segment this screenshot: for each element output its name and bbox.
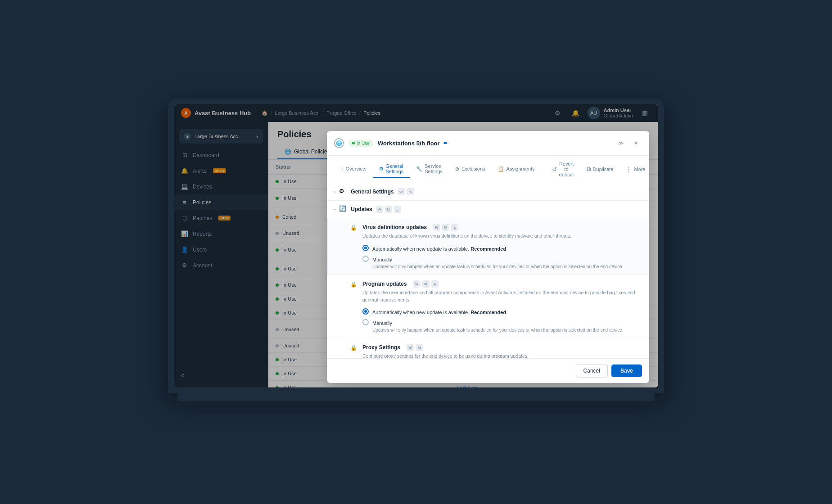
- virus-auto-label: Automatically when new update is availab…: [372, 244, 506, 252]
- proxy-badge-w: W: [407, 344, 414, 351]
- badge-updates-mac: M: [385, 206, 392, 213]
- general-tab-icon: ⚙: [379, 166, 384, 172]
- service-tab-label: Service Settings: [425, 163, 443, 174]
- tab-overview[interactable]: ○ Overview: [334, 163, 373, 175]
- tab-service-settings[interactable]: 🔧 Service Settings: [410, 161, 449, 178]
- modal-title: Workstations 5th floor ✏: [378, 140, 610, 147]
- exclusions-tab-label: Exclusions: [461, 166, 485, 171]
- modal-header: 🌐 In Use Workstations 5th floor ✏ ≫ ✕: [327, 131, 649, 156]
- program-manual-sublabel: Updates will only happen when an update …: [372, 328, 624, 333]
- overview-tab-label: Overview: [346, 166, 366, 171]
- policy-modal: 🌐 In Use Workstations 5th floor ✏ ≫ ✕: [327, 131, 649, 383]
- virus-definitions-row: 🔒 Virus definitions updates W M L: [350, 224, 638, 269]
- virus-lock-icon: 🔒: [350, 225, 357, 231]
- virus-auto-radio[interactable]: [362, 245, 369, 251]
- program-auto-radio[interactable]: [362, 308, 369, 315]
- modal-title-text: Workstations 5th floor: [378, 140, 440, 147]
- program-auto-option[interactable]: Automatically when new update is availab…: [362, 308, 638, 316]
- exclusions-tab-icon: ⊘: [455, 166, 459, 172]
- virus-badges: W M L: [433, 224, 458, 231]
- virus-auto-option[interactable]: Automatically when new update is availab…: [362, 244, 638, 252]
- more-label: More: [634, 166, 645, 172]
- program-radio-group: Automatically when new update is availab…: [362, 308, 638, 333]
- program-updates-content: Program updates W M L Updates the user i…: [362, 280, 638, 333]
- virus-manual-label-wrap: Manually Updates will only happen when a…: [372, 255, 624, 269]
- proxy-settings-row: 🔒 Proxy Settings W M: [350, 344, 638, 358]
- proxy-settings-title: Proxy Settings W M: [362, 344, 638, 351]
- proxy-title-text: Proxy Settings: [362, 344, 400, 351]
- close-modal-btn[interactable]: ✕: [630, 137, 642, 149]
- badge-updates-win: W: [376, 206, 383, 213]
- tab-exclusions[interactable]: ⊘ Exclusions: [449, 163, 492, 176]
- section-general-settings[interactable]: › ⚙ General Settings W M: [327, 183, 649, 201]
- virus-manual-option[interactable]: Manually Updates will only happen when a…: [362, 255, 638, 269]
- program-updates-desc: Updates the user interface and all progr…: [362, 289, 638, 304]
- more-btn[interactable]: ⋮ More: [622, 164, 649, 175]
- assignments-tab-label: Assignments: [506, 166, 535, 171]
- expand-btn[interactable]: ≫: [615, 137, 627, 149]
- duplicate-btn[interactable]: ⧉ Duplicate: [583, 164, 617, 175]
- tab-general-settings[interactable]: ⚙ General Settings: [373, 161, 410, 178]
- program-badge-m: M: [422, 280, 430, 288]
- general-settings-badges: W M: [398, 188, 414, 195]
- program-badges: W M L: [413, 280, 439, 288]
- modal-toolbar: ○ Overview ⚙ General Settings 🔧 Service …: [327, 156, 649, 183]
- program-manual-label-wrap: Manually Updates will only happen when a…: [372, 319, 624, 333]
- virus-manual-sublabel: Updates will only happen when an update …: [372, 264, 624, 269]
- section-updates[interactable]: › 🔄 Updates W M L: [327, 201, 649, 218]
- revert-label: Revert to default: [559, 161, 574, 177]
- modal-status-badge: In Use: [348, 140, 373, 147]
- proxy-badge-m: M: [416, 344, 423, 351]
- program-manual-radio[interactable]: [362, 319, 369, 325]
- virus-badge-m: M: [442, 224, 449, 231]
- program-updates-block: 🔒 Program updates W M L: [327, 275, 649, 339]
- updates-icon: 🔄: [339, 205, 347, 213]
- virus-definitions-block: 🔒 Virus definitions updates W M L: [327, 218, 649, 275]
- updates-chevron: ›: [332, 208, 337, 210]
- proxy-settings-block: 🔒 Proxy Settings W M: [327, 338, 649, 358]
- badge-win: W: [398, 188, 405, 195]
- proxy-settings-content: Proxy Settings W M Configure proxy setti…: [362, 344, 638, 358]
- general-settings-icon: ⚙: [339, 188, 347, 196]
- program-title-text: Program updates: [362, 281, 407, 287]
- save-button[interactable]: Save: [611, 364, 642, 377]
- cancel-button[interactable]: Cancel: [576, 364, 608, 378]
- program-updates-title: Program updates W M L: [362, 280, 638, 288]
- revert-icon: ↺: [552, 166, 557, 173]
- modal-overlay: 🌐 In Use Workstations 5th floor ✏ ≫ ✕: [174, 104, 658, 387]
- virus-badge-w: W: [433, 224, 440, 231]
- program-manual-option[interactable]: Manually Updates will only happen when a…: [362, 319, 638, 333]
- proxy-settings-desc: Configure proxy settings for the end dev…: [362, 353, 638, 358]
- virus-definitions-desc: Updates the database of known virus defi…: [362, 233, 638, 240]
- modal-body: › ⚙ General Settings W M › 🔄: [327, 183, 649, 358]
- virus-definitions-content: Virus definitions updates W M L Updates …: [362, 224, 638, 269]
- modal-tabs: ○ Overview ⚙ General Settings 🔧 Service …: [334, 161, 541, 178]
- program-auto-label: Automatically when new update is availab…: [372, 308, 506, 316]
- virus-title-text: Virus definitions updates: [362, 224, 427, 230]
- general-settings-title: General Settings: [351, 189, 393, 195]
- modal-footer: Cancel Save: [327, 358, 649, 383]
- program-badge-w: W: [413, 280, 421, 288]
- tab-assignments[interactable]: 📋 Assignments: [492, 163, 541, 176]
- badge-mac: M: [407, 188, 414, 195]
- general-settings-chevron: ›: [334, 189, 335, 194]
- edit-title-icon[interactable]: ✏: [443, 140, 448, 146]
- service-tab-icon: 🔧: [416, 166, 422, 172]
- virus-badge-l: L: [451, 224, 458, 231]
- proxy-lock-icon: 🔒: [350, 345, 357, 351]
- revert-default-btn[interactable]: ↺ Revert to default: [548, 159, 578, 179]
- program-updates-row: 🔒 Program updates W M L: [350, 280, 638, 333]
- updates-badges: W M L: [376, 206, 401, 213]
- modal-header-actions: ≫ ✕: [615, 137, 642, 149]
- virus-definitions-title: Virus definitions updates W M L: [362, 224, 638, 231]
- more-icon: ⋮: [626, 166, 632, 173]
- modal-actions: ↺ Revert to default ⧉ Duplicate ⋮ More: [548, 159, 649, 179]
- duplicate-icon: ⧉: [587, 166, 591, 173]
- badge-updates-linux: L: [394, 206, 401, 213]
- general-tab-label: General Settings: [386, 163, 404, 174]
- modal-globe-icon: 🌐: [334, 138, 344, 148]
- proxy-badges: W M: [407, 344, 423, 351]
- virus-manual-radio[interactable]: [362, 256, 369, 262]
- duplicate-label: Duplicate: [593, 166, 614, 172]
- assignments-tab-icon: 📋: [498, 166, 504, 172]
